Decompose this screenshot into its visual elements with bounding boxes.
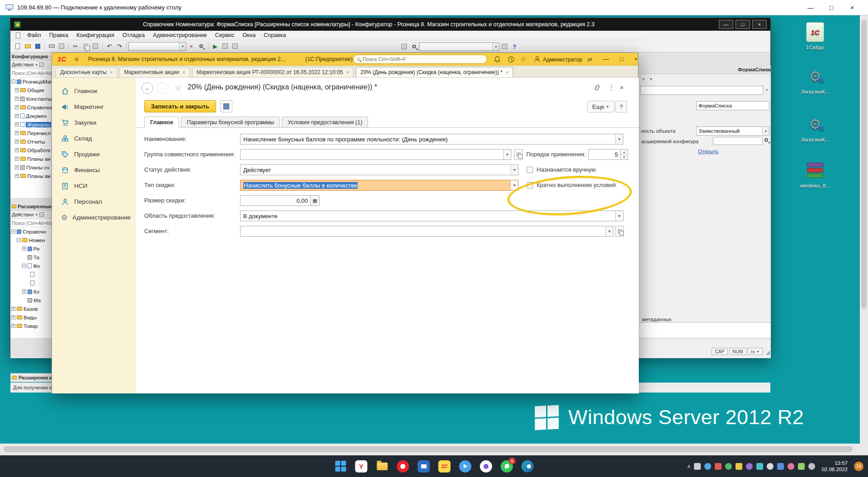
chevron-down-icon[interactable]: ▼ [510, 165, 518, 175]
expander-icon[interactable]: + [15, 97, 19, 101]
expander-icon[interactable]: + [15, 88, 19, 92]
horizontal-scrollbar[interactable] [0, 444, 868, 455]
panel-tool-icon[interactable] [39, 212, 44, 217]
configuration-panel-header[interactable]: Конфигурация ▫× [10, 52, 53, 61]
expander-icon[interactable]: + [11, 324, 15, 328]
tree-item[interactable]: Ма [10, 296, 53, 304]
multiplicity-checkbox-label[interactable]: Кратно выполнению условий [537, 180, 616, 191]
rdp-minimize-button[interactable]: — [800, 0, 821, 15]
tree-item[interactable]: +Планы ви [10, 172, 53, 180]
chevron-down-icon[interactable]: ▼ [179, 42, 186, 50]
expander-icon[interactable]: + [15, 105, 19, 109]
tree-item[interactable]: −Фо [10, 262, 53, 270]
pin-icon[interactable]: ▫ [49, 54, 51, 59]
tree-item[interactable]: −РозницаМага [10, 77, 53, 86]
segment-combo[interactable]: ▼ [240, 226, 613, 237]
tray-icon[interactable] [704, 463, 711, 470]
global-search-box[interactable] [353, 55, 487, 64]
configurator-maximize-button[interactable]: □ [736, 20, 750, 29]
chevron-down-icon[interactable]: ▼ [615, 211, 623, 221]
open-segment-button[interactable] [615, 226, 624, 237]
extension-field[interactable] [713, 137, 763, 145]
tray-chevron-up-icon[interactable]: ∧ [687, 463, 690, 469]
save-and-close-button[interactable]: Записать и закрыть [144, 100, 216, 112]
multiplicity-checkbox[interactable] [527, 182, 533, 188]
actions-menu-button[interactable]: Действия [12, 62, 33, 67]
tray-icon[interactable] [715, 463, 722, 470]
expander-icon[interactable]: − [11, 229, 15, 234]
expander-icon[interactable]: − [17, 238, 21, 242]
extended-panel-header[interactable]: Расширенные сп ▫× [10, 202, 53, 210]
search-combo[interactable]: ▼ [128, 42, 186, 51]
forward-button[interactable]: → [157, 82, 169, 94]
current-user[interactable]: Администратор [543, 56, 582, 63]
cut-button[interactable]: ✂ [71, 41, 80, 51]
notifications-bell-icon[interactable] [494, 56, 500, 63]
more-button[interactable]: Еще ▼ [587, 101, 614, 112]
open-link[interactable]: Открыть [698, 149, 718, 154]
tray-icon[interactable] [808, 463, 815, 470]
tree-item[interactable]: +Ко [10, 287, 53, 296]
taskbar-app-yandex[interactable]: Y [355, 460, 368, 472]
vertical-scrollbar[interactable] [860, 15, 868, 444]
desktop-icon-loader-2[interactable]: ⚙↻ ЗагрузкаК... [795, 113, 835, 142]
more-actions-kebab-icon[interactable]: ⋮ [608, 84, 615, 92]
save-button[interactable] [220, 100, 232, 112]
horizontal-scrollbar-handle[interactable] [4, 446, 853, 452]
tab-marketing-action-document[interactable]: Маркетинговая акция РТ-00000002 от 16.05… [192, 67, 354, 77]
tray-icon[interactable] [725, 463, 732, 470]
tab-marketing-actions[interactable]: Маркетинговые акции× [119, 67, 189, 77]
tray-icon[interactable] [788, 463, 794, 470]
close-icon[interactable]: × [110, 70, 113, 75]
panel-tool-icon[interactable] [39, 62, 44, 67]
window-menu-icon[interactable] [13, 30, 23, 40]
close-icon[interactable]: × [642, 76, 645, 82]
tree-item[interactable]: +Планы ви [10, 154, 53, 163]
find-button[interactable] [196, 41, 206, 51]
expander-icon[interactable]: + [15, 140, 19, 144]
start-button[interactable] [335, 460, 347, 472]
tree-item[interactable]: +Планы сч [10, 163, 53, 172]
tray-icon[interactable] [736, 463, 742, 470]
taskbar-app-blue[interactable] [459, 460, 472, 472]
tree-item[interactable]: +Докумен [10, 112, 53, 120]
favorite-star-icon[interactable]: ☆ [175, 83, 182, 93]
chevron-down-icon[interactable]: ▼ [615, 134, 623, 144]
rdp-maximize-button[interactable]: □ [821, 0, 842, 15]
chevron-down-icon[interactable]: ▼ [605, 226, 613, 236]
close-icon[interactable]: × [346, 70, 349, 75]
expander-icon[interactable]: + [15, 131, 19, 135]
size-field[interactable]: 0,00 [240, 195, 311, 206]
notification-count-badge[interactable]: 24 [854, 462, 863, 471]
section-administration[interactable]: ⚙Администрирование [52, 210, 135, 225]
desktop-icon-winrar-archive[interactable]: windows_8... [795, 159, 835, 188]
open-button[interactable] [23, 41, 33, 51]
section-purchases[interactable]: Закупки [52, 115, 135, 131]
expander-icon[interactable]: + [15, 174, 19, 178]
tree-item[interactable]: +Виды [10, 313, 53, 322]
help-button[interactable]: ? [509, 42, 519, 51]
group-combo[interactable]: ▼ [240, 149, 511, 160]
extended-search-input[interactable] [12, 220, 52, 226]
taskbar-app-floppy[interactable] [418, 460, 430, 472]
metadata-search-button[interactable] [409, 42, 419, 51]
section-finance[interactable]: Финансы [52, 162, 135, 178]
expander-icon[interactable]: + [11, 315, 15, 319]
taskbar-clock[interactable]: 13:57 02.08.2022 [821, 460, 848, 473]
tree-item[interactable]: Та [10, 253, 53, 262]
desktop-icon-1c[interactable]: 1С 1Св8до [795, 21, 835, 50]
expander-icon[interactable]: − [22, 264, 26, 268]
expander-icon[interactable]: + [15, 122, 19, 126]
configuration-search-input[interactable] [12, 70, 52, 76]
form-tab-conditions[interactable]: Условия предоставления (1) [282, 117, 368, 128]
properties-filter-field[interactable] [640, 86, 763, 95]
menu-edit[interactable]: Правка [45, 31, 72, 40]
close-icon[interactable]: × [505, 70, 508, 75]
chevron-down-icon[interactable]: ▼ [492, 43, 499, 51]
taskbar-app-browser-swirl[interactable] [522, 460, 534, 472]
form-tab-main[interactable]: Главное [144, 117, 179, 128]
form-name-field[interactable]: ФормаСписка [696, 101, 769, 110]
manual-checkbox-label[interactable]: Назначается вручную [537, 164, 596, 175]
spin-down-icon[interactable]: ▼ [621, 155, 627, 160]
configurator-close-button[interactable]: × [752, 20, 767, 29]
